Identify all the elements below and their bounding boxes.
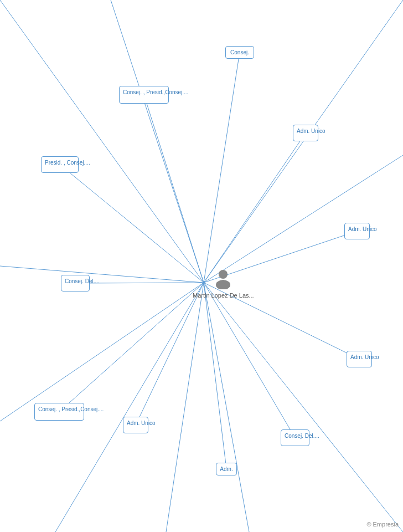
svg-line-0 — [204, 52, 240, 283]
node-n7[interactable]: Adm. Unico — [347, 351, 372, 367]
svg-line-2 — [204, 133, 306, 283]
node-n11[interactable]: Adm. — [216, 463, 237, 475]
svg-line-15 — [166, 283, 204, 532]
svg-point-22 — [216, 280, 230, 289]
svg-line-13 — [0, 266, 204, 283]
svg-line-3 — [60, 165, 204, 283]
svg-point-21 — [219, 270, 228, 279]
center-label: Martin Lopez De Las... — [193, 291, 254, 300]
svg-line-8 — [204, 283, 295, 438]
svg-line-18 — [0, 283, 204, 421]
svg-line-10 — [204, 283, 226, 469]
svg-line-17 — [204, 283, 403, 532]
svg-line-11 — [0, 0, 204, 283]
node-n2[interactable]: Consej. , Presid.,Consej.... — [119, 86, 169, 104]
svg-line-12 — [204, 0, 403, 283]
node-n4[interactable]: Presid. , Consej.... — [41, 156, 79, 173]
node-n3[interactable]: Adm. Unico — [293, 125, 318, 141]
svg-line-1 — [144, 95, 204, 283]
svg-line-7 — [59, 283, 204, 412]
node-n5[interactable]: Adm. Unico — [344, 223, 370, 239]
node-n1[interactable]: Consej. — [225, 46, 254, 59]
node-n8[interactable]: Consej. , Presid.,Consej.... — [34, 403, 84, 421]
node-n6[interactable]: Consej. Del.... — [61, 275, 90, 291]
center-node: Martin Lopez De Las... — [193, 267, 254, 300]
copyright: © Empresia — [366, 521, 399, 528]
svg-line-14 — [204, 155, 403, 283]
avatar-icon — [212, 267, 234, 289]
svg-line-9 — [136, 283, 204, 425]
svg-line-20 — [111, 0, 204, 283]
node-n9[interactable]: Consej. Del.... — [281, 429, 309, 446]
node-n10[interactable]: Adm. Unico — [123, 417, 148, 433]
svg-line-16 — [204, 283, 249, 532]
